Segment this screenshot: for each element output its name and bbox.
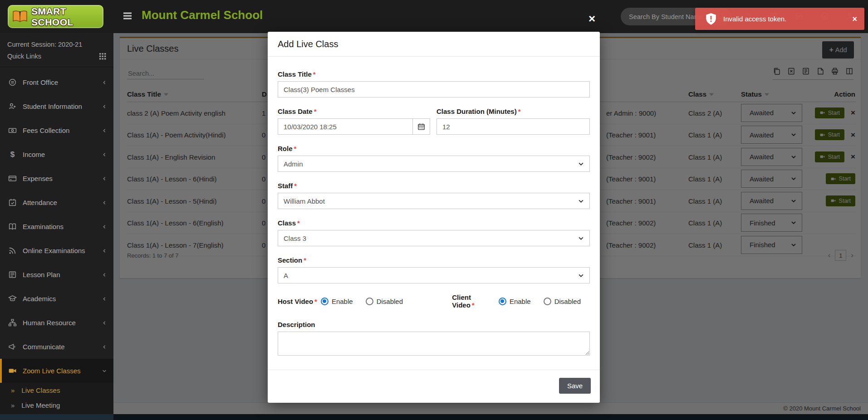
sidebar-item-academics[interactable]: Academics: [0, 287, 113, 311]
class-date-input[interactable]: [278, 118, 413, 135]
class-title-label: Class Title*: [278, 70, 590, 78]
client-video-group: Client Video* Enable Disabled: [452, 293, 590, 309]
modal-body: Class Title* Class Date* Class Duration …: [268, 57, 600, 357]
client-video-disabled-radio[interactable]: [544, 298, 551, 305]
sidebar-item-human-resource[interactable]: Human Resource: [0, 311, 113, 335]
chevron-left-icon: [102, 224, 107, 230]
toast-close-icon[interactable]: ×: [852, 15, 857, 23]
sidebar-item-label: Online Examinations: [23, 247, 102, 254]
chevron-down-icon: [578, 161, 584, 167]
subitem-label: Live Meeting: [21, 401, 60, 409]
double-chevron-icon: »: [11, 386, 15, 394]
save-button[interactable]: Save: [559, 378, 591, 394]
client-video-disabled-option[interactable]: Disabled: [554, 298, 581, 305]
sidebar-subitem-live-meeting[interactable]: » Live Meeting: [0, 398, 113, 413]
session-block: Current Session: 2020-21 Quick Links: [0, 33, 113, 67]
sidebar-item-attendance[interactable]: Attendance: [0, 190, 113, 215]
host-video-label: Host Video*: [278, 298, 317, 305]
modal-close-icon[interactable]: ×: [588, 13, 595, 24]
host-video-disabled-radio[interactable]: [366, 298, 373, 305]
required-asterisk: *: [297, 219, 300, 227]
sidebar-item-examinations[interactable]: Examinations: [0, 215, 113, 239]
sidebar-item-communicate[interactable]: Communicate: [0, 335, 113, 359]
sidebar-subitem-live-classes[interactable]: » Live Classes: [0, 383, 113, 398]
client-video-label: Client Video*: [452, 293, 495, 309]
class-select[interactable]: Class 3: [278, 230, 590, 246]
sidebar-item-front-office[interactable]: Front Office: [0, 70, 113, 94]
host-video-enable-radio[interactable]: [321, 298, 329, 305]
income-dollar-icon: $: [8, 150, 17, 159]
section-select[interactable]: A: [278, 267, 590, 283]
sidebar-item-online-examinations[interactable]: Online Examinations: [0, 239, 113, 263]
modal-header: Add Live Class: [268, 32, 600, 57]
smart-school-logo[interactable]: SMART SCHOOL: [8, 5, 103, 28]
subitem-label: Live Classes: [21, 386, 60, 394]
client-video-enable-option[interactable]: Enable: [510, 298, 531, 305]
chevron-left-icon: [102, 248, 107, 254]
host-video-enable-option[interactable]: Enable: [332, 298, 353, 305]
quick-links-grid-icon[interactable]: [99, 53, 106, 60]
sidebar: Current Session: 2020-21 Quick Links Fro…: [0, 33, 113, 420]
required-asterisk: *: [518, 107, 521, 115]
double-chevron-icon: »: [11, 401, 15, 409]
description-label: Description: [278, 321, 590, 328]
online-examinations-rss-icon: [8, 246, 17, 255]
current-session-label: Current Session: 2020-21: [7, 39, 106, 50]
client-video-enable-radio[interactable]: [499, 298, 506, 305]
chevron-left-icon: [102, 104, 107, 109]
host-video-group: Host Video* Enable Disabled: [278, 298, 452, 305]
sidebar-menu: Front Office Student Information Fees Co…: [0, 67, 113, 420]
sidebar-item-expenses[interactable]: Expenses: [0, 166, 113, 190]
class-duration-label: Class Duration (Minutes)*: [436, 107, 590, 115]
chevron-left-icon: [102, 80, 107, 85]
chevron-down-icon: [578, 235, 584, 241]
class-title-input[interactable]: [278, 81, 590, 98]
host-video-disabled-option[interactable]: Disabled: [377, 298, 403, 305]
sidebar-item-student-information[interactable]: Student Information: [0, 94, 113, 118]
required-asterisk: *: [314, 298, 317, 305]
staff-select[interactable]: William Abbot: [278, 193, 590, 209]
calendar-icon[interactable]: [413, 118, 430, 135]
student-information-icon: [8, 102, 17, 111]
sidebar-item-zoom-live-classes[interactable]: Zoom Live Classes: [0, 359, 113, 383]
front-office-icon: [8, 78, 17, 87]
sidebar-item-label: Income: [23, 151, 102, 158]
brand-text: SMART SCHOOL: [31, 6, 103, 28]
chevron-down-icon: [578, 273, 584, 278]
sidebar-item-fees-collection[interactable]: Fees Collection: [0, 118, 113, 142]
role-label: Role*: [278, 145, 590, 152]
required-asterisk: *: [314, 107, 317, 115]
chevron-left-icon: [102, 272, 107, 278]
required-asterisk: *: [304, 256, 306, 264]
academics-graduation-icon: [8, 294, 17, 303]
sidebar-item-label: Communicate: [23, 343, 102, 351]
sidebar-toggle-hamburger-icon[interactable]: [122, 10, 133, 22]
chevron-left-icon: [102, 128, 107, 133]
sidebar-item-label: Fees Collection: [23, 127, 102, 134]
class-duration-input[interactable]: [436, 118, 590, 135]
expenses-icon: [8, 174, 17, 183]
toast-message: Invalid access token.: [723, 15, 852, 23]
chevron-left-icon: [102, 296, 107, 302]
required-asterisk: *: [313, 70, 316, 78]
communicate-megaphone-icon: [8, 342, 17, 351]
sidebar-item-lesson-plan[interactable]: Lesson Plan: [0, 263, 113, 287]
sidebar-item-label: Zoom Live Classes: [23, 367, 102, 375]
video-camera-icon: [8, 366, 17, 375]
required-asterisk: *: [294, 182, 297, 190]
modal-footer: Save: [268, 370, 600, 403]
fees-collection-icon: [8, 126, 17, 135]
chevron-left-icon: [102, 200, 107, 205]
description-textarea[interactable]: [278, 332, 590, 356]
chevron-left-icon: [102, 344, 107, 350]
sidebar-item-label: Student Information: [23, 103, 102, 110]
school-name-title: Mount Carmel School: [142, 8, 263, 22]
book-logo-icon: [12, 10, 28, 24]
chevron-down-icon: [578, 198, 584, 204]
sidebar-item-income[interactable]: $ Income: [0, 142, 113, 166]
screen: SMART SCHOOL Mount Carmel School Current…: [0, 0, 868, 420]
role-select[interactable]: Admin: [278, 156, 590, 172]
chevron-left-icon: [102, 176, 107, 181]
quick-links-label[interactable]: Quick Links: [7, 50, 41, 62]
section-label: Section*: [278, 256, 590, 264]
